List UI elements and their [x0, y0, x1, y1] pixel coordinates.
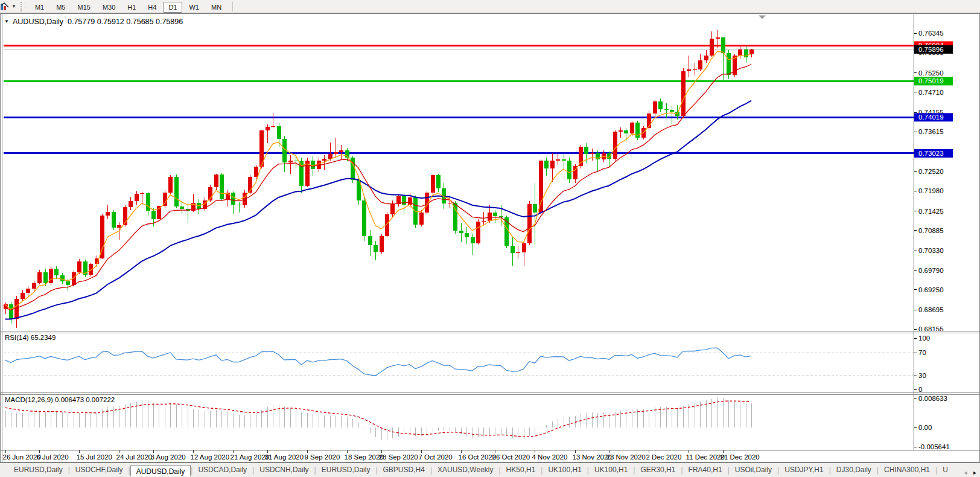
svg-text:0.70330: 0.70330 — [918, 247, 944, 254]
chart-profile-button[interactable]: ▼ — [0, 2, 18, 11]
timeframe-button-m30[interactable]: M30 — [97, 2, 121, 13]
svg-text:0.69250: 0.69250 — [918, 286, 944, 293]
svg-text:18 Sep 2020: 18 Sep 2020 — [345, 453, 384, 461]
svg-text:23 Nov 2020: 23 Nov 2020 — [606, 453, 646, 461]
svg-text:0.75896: 0.75896 — [918, 46, 944, 53]
svg-text:0: 0 — [918, 386, 922, 393]
svg-text:100: 100 — [918, 335, 930, 342]
svg-text:0.71980: 0.71980 — [918, 187, 944, 194]
toolbar-grip[interactable] — [21, 2, 25, 11]
svg-text:0.76345: 0.76345 — [918, 30, 944, 37]
svg-text:15 Jul 2020: 15 Jul 2020 — [77, 453, 112, 461]
svg-text:21 Dec 2020: 21 Dec 2020 — [721, 453, 760, 461]
svg-text:21 Aug 2020: 21 Aug 2020 — [231, 453, 270, 461]
timeframe-button-h4[interactable]: H4 — [142, 2, 162, 13]
svg-text:0.74710: 0.74710 — [918, 89, 944, 96]
svg-text:0.73023: 0.73023 — [918, 150, 944, 157]
chart-tab-usoil-daily[interactable]: USOil,Daily — [730, 464, 777, 476]
chart-tab-eurusd-daily[interactable]: EURUSD,Daily — [316, 464, 376, 476]
tab-scroll-left-icon[interactable]: ◂ — [964, 469, 967, 476]
timeframe-toolbar: ▼ M1M5M15M30H1H4D1W1MN — [0, 0, 980, 13]
svg-text:0.74019: 0.74019 — [918, 114, 944, 121]
svg-text:0.75250: 0.75250 — [918, 69, 944, 77]
timeframe-button-h1[interactable]: H1 — [122, 2, 141, 13]
svg-text:2 Dec 2020: 2 Dec 2020 — [646, 453, 682, 461]
svg-text:4 Nov 2020: 4 Nov 2020 — [532, 453, 568, 461]
svg-text:6 Jul 2020: 6 Jul 2020 — [37, 453, 69, 461]
timeframe-buttons: M1M5M15M30H1H4D1W1MN — [29, 1, 228, 12]
chart-tab-fra40-h1[interactable]: FRA40,H1 — [683, 464, 728, 476]
chart-tab-uk100-h1[interactable]: UK100,H1 — [589, 464, 633, 476]
svg-text:0.68155: 0.68155 — [918, 325, 944, 333]
svg-text:30: 30 — [918, 372, 926, 379]
chart-tab-eurusd-daily[interactable]: EURUSD,Daily — [8, 464, 68, 476]
tab-scroll-right-icon[interactable]: ▸ — [973, 469, 976, 476]
svg-text:0.72520: 0.72520 — [918, 168, 944, 175]
chart-tab-hk50-h1[interactable]: HK50,H1 — [501, 464, 541, 476]
svg-text:9 Sep 2020: 9 Sep 2020 — [305, 453, 340, 461]
timeframe-button-m1[interactable]: M1 — [30, 2, 49, 13]
chart-tab-audusd-daily[interactable]: AUDUSD,Daily — [130, 465, 191, 476]
svg-text:0.00: 0.00 — [918, 424, 932, 431]
svg-text:26 Oct 2020: 26 Oct 2020 — [492, 453, 530, 461]
svg-text:24 Jul 2020: 24 Jul 2020 — [116, 453, 152, 461]
chart-tab-china300-h1[interactable]: CHINA300,H1 — [879, 464, 935, 476]
chart-tab-gbpusd-h4[interactable]: GBPUSD,H4 — [378, 464, 430, 476]
price-chart-svg: 0.763450.758050.752500.747100.741550.736… — [0, 13, 980, 463]
chart-tab-ger30-h1[interactable]: GER30,H1 — [635, 464, 681, 476]
svg-text:0.69790: 0.69790 — [918, 267, 944, 274]
timeframe-button-d1[interactable]: D1 — [163, 2, 182, 13]
chart-tab-usdcad-daily[interactable]: USDCAD,Daily — [192, 464, 252, 476]
svg-text:0.70885: 0.70885 — [918, 227, 944, 234]
chart-window: 0.763450.758050.752500.747100.741550.736… — [0, 13, 980, 463]
chart-tab-usdcnh-daily[interactable]: USDCNH,Daily — [254, 464, 314, 476]
svg-text:28 Sep 2020: 28 Sep 2020 — [379, 453, 418, 461]
svg-text:0.71425: 0.71425 — [918, 208, 944, 215]
svg-text:12 Aug 2020: 12 Aug 2020 — [191, 453, 230, 461]
chart-tabs: EURUSD,Daily|USDCHF,Daily|AUDUSD,Daily|U… — [8, 464, 953, 476]
chart-tab-usdjpy-h1[interactable]: USDJPY,H1 — [779, 464, 829, 476]
chevron-down-icon[interactable]: ▼ — [11, 4, 16, 9]
chart-icon — [1, 2, 10, 11]
svg-text:16 Oct 2020: 16 Oct 2020 — [459, 453, 497, 461]
chart-tab-u[interactable]: U — [937, 464, 953, 476]
svg-text:0.008633: 0.008633 — [918, 395, 947, 402]
chart-tab-bar: EURUSD,Daily|USDCHF,Daily|AUDUSD,Daily|U… — [0, 463, 980, 477]
chart-tab-usdchf-daily[interactable]: USDCHF,Daily — [70, 464, 129, 476]
chart-tab-uk100-h1[interactable]: UK100,H1 — [542, 464, 587, 476]
timeframe-button-mn[interactable]: MN — [206, 2, 227, 13]
svg-text:11 Dec 2020: 11 Dec 2020 — [686, 453, 725, 461]
timeframe-button-w1[interactable]: W1 — [183, 2, 205, 13]
mt4-window: { "toolbar": { "caret_icon": "▼", "timef… — [0, 0, 980, 477]
svg-text:0.68695: 0.68695 — [918, 306, 944, 313]
svg-text:70: 70 — [918, 349, 926, 356]
svg-text:31 Aug 2020: 31 Aug 2020 — [265, 453, 304, 461]
toolbar-separator — [232, 2, 233, 11]
timeframe-button-m15[interactable]: M15 — [72, 2, 95, 13]
svg-text:7 Oct 2020: 7 Oct 2020 — [419, 453, 453, 461]
timeframe-button-m5[interactable]: M5 — [51, 2, 71, 13]
svg-text:0.75019: 0.75019 — [918, 77, 944, 85]
chart-tab-xauusd-weekly[interactable]: XAUUSD,Weekly — [432, 464, 498, 476]
svg-text:26 Jun 2020: 26 Jun 2020 — [3, 453, 41, 461]
svg-text:3 Aug 2020: 3 Aug 2020 — [151, 453, 186, 461]
tab-scroll-arrows: ◂ ▸ — [959, 466, 978, 477]
chart-tab-dj30-daily[interactable]: DJ30,Daily — [831, 464, 877, 476]
svg-text:0.73615: 0.73615 — [918, 128, 944, 135]
svg-text:-0.005641: -0.005641 — [918, 443, 950, 450]
